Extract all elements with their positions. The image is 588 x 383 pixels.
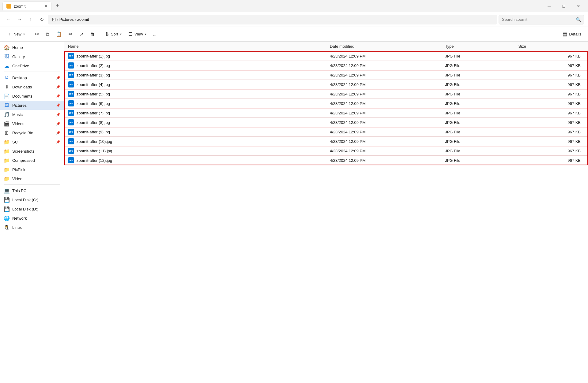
sidebar-item-music[interactable]: 🎵 Music 📌 (0, 110, 64, 119)
maximize-button[interactable]: □ (557, 1, 571, 11)
thispc-icon: 💻 (4, 188, 10, 194)
sidebar-item-linux[interactable]: 🐧 Linux (0, 223, 64, 232)
new-tab-button[interactable]: + (53, 2, 62, 10)
videos-icon: 🎬 (4, 121, 10, 127)
view-dropdown-arrow: ▾ (145, 32, 146, 36)
recyclebin-icon: 🗑 (4, 130, 10, 136)
sidebar-item-thispc[interactable]: 💻 This PC (0, 186, 64, 195)
main-layout: 🏠 Home 🖼 Gallery ☁ OneDrive 🖥 Desktop 📌 … (0, 42, 588, 383)
file-size: 967 KB (515, 156, 588, 165)
close-button[interactable]: ✕ (571, 1, 586, 11)
sidebar-item-localc[interactable]: 💾 Local Disk (C:) (0, 195, 64, 204)
view-button[interactable]: ☰ View ▾ (125, 29, 149, 40)
file-type: JPG File (441, 108, 514, 118)
back-button[interactable]: ← (4, 15, 13, 24)
table-row[interactable]: JPG zoomit-after (6).jpg 4/23/2024 12:09… (64, 99, 588, 108)
share-button[interactable]: ↗ (76, 29, 86, 40)
sidebar-label-network: Network (12, 216, 60, 221)
refresh-button[interactable]: ↻ (37, 15, 47, 24)
table-row[interactable]: JPG zoomit-after (5).jpg 4/23/2024 12:09… (64, 89, 588, 99)
sidebar-item-videos[interactable]: 🎬 Videos 📌 (0, 119, 64, 128)
sidebar-item-home[interactable]: 🏠 Home (0, 43, 64, 52)
copy-button[interactable]: ⧉ (43, 29, 52, 40)
sidebar-item-recyclebin[interactable]: 🗑 Recycle Bin 📌 (0, 128, 64, 137)
column-type[interactable]: Type (441, 42, 514, 51)
breadcrumb[interactable]: ⊡ › Pictures › zoomit (48, 15, 497, 24)
table-row[interactable]: JPG zoomit-after (3).jpg 4/23/2024 12:09… (64, 70, 588, 80)
cut-button[interactable]: ✂ (32, 29, 42, 40)
file-date: 4/23/2024 12:09 PM (326, 99, 441, 108)
more-button[interactable]: ... (150, 29, 160, 40)
file-date: 4/23/2024 12:09 PM (326, 108, 441, 118)
file-name: zoomit-after (1).jpg (77, 54, 110, 58)
file-name-cell: JPG zoomit-after (1).jpg (68, 53, 322, 59)
column-date-modified[interactable]: Date modified (326, 42, 441, 51)
new-button[interactable]: ＋ New ▾ (4, 29, 28, 40)
file-size: 967 KB (515, 61, 588, 70)
table-row[interactable]: JPG zoomit-after (12).jpg 4/23/2024 12:0… (64, 156, 588, 165)
tab-zoomit[interactable]: zoomit ✕ (2, 2, 51, 10)
sidebar-label-video2: Video (12, 177, 60, 181)
sidebar-item-documents[interactable]: 📄 Documents 📌 (0, 91, 64, 101)
sidebar-item-desktop[interactable]: 🖥 Desktop 📌 (0, 73, 64, 82)
file-name-cell: JPG zoomit-after (4).jpg (68, 81, 322, 87)
sidebar-item-picpick[interactable]: 📁 PicPick (0, 165, 64, 174)
table-row[interactable]: JPG zoomit-after (11).jpg 4/23/2024 12:0… (64, 146, 588, 156)
rename-button[interactable]: ✏ (66, 29, 76, 40)
table-row[interactable]: JPG zoomit-after (4).jpg 4/23/2024 12:09… (64, 80, 588, 89)
file-name: zoomit-after (5).jpg (77, 92, 110, 96)
sidebar-item-downloads[interactable]: ⬇ Downloads 📌 (0, 82, 64, 91)
recyclebin-pin-icon: 📌 (56, 131, 60, 135)
window-controls: ─ □ ✕ (542, 1, 586, 11)
sidebar-item-screenshots[interactable]: 📁 Screenshots (0, 147, 64, 156)
details-button[interactable]: ▤ Details (560, 29, 584, 40)
search-input[interactable] (502, 17, 573, 22)
paste-button[interactable]: 📋 (53, 29, 65, 40)
music-pin-icon: 📌 (56, 113, 60, 117)
up-button[interactable]: ↑ (26, 15, 36, 24)
sidebar-item-network[interactable]: 🌐 Network (0, 214, 64, 223)
table-row[interactable]: JPG zoomit-after (2).jpg 4/23/2024 12:09… (64, 61, 588, 70)
table-row[interactable]: JPG zoomit-after (10).jpg 4/23/2024 12:0… (64, 137, 588, 146)
table-row[interactable]: JPG zoomit-after (1).jpg 4/23/2024 12:09… (64, 51, 588, 61)
file-date: 4/23/2024 12:09 PM (326, 70, 441, 80)
details-icon: ▤ (563, 31, 567, 37)
downloads-icon: ⬇ (4, 84, 10, 90)
breadcrumb-zoomit[interactable]: zoomit (77, 17, 89, 22)
jpg-icon: JPG (68, 72, 74, 78)
sidebar-item-sc[interactable]: 📁 SC 📌 (0, 137, 64, 147)
delete-button[interactable]: 🗑 (87, 29, 98, 40)
file-size: 967 KB (515, 127, 588, 137)
breadcrumb-pictures[interactable]: Pictures (59, 17, 74, 22)
column-size[interactable]: Size (515, 42, 588, 51)
tab-close-button[interactable]: ✕ (44, 4, 47, 8)
desktop-pin-icon: 📌 (56, 76, 60, 80)
paste-icon: 📋 (56, 31, 62, 37)
videos-pin-icon: 📌 (56, 122, 60, 126)
sidebar-item-onedrive[interactable]: ☁ OneDrive (0, 61, 64, 70)
column-name[interactable]: Name (64, 42, 326, 51)
sidebar-item-pictures[interactable]: 🖼 Pictures 📌 (0, 101, 64, 110)
sidebar-label-desktop: Desktop (12, 76, 54, 80)
file-type: JPG File (441, 156, 514, 165)
file-name-cell: JPG zoomit-after (3).jpg (68, 72, 322, 78)
details-label: Details (569, 32, 581, 36)
table-row[interactable]: JPG zoomit-after (7).jpg 4/23/2024 12:09… (64, 108, 588, 118)
sidebar-item-compressed[interactable]: 📁 Compressed (0, 156, 64, 165)
sidebar-item-video2[interactable]: 📁 Video (0, 174, 64, 183)
table-header-row: Name Date modified Type Size (64, 42, 588, 51)
sidebar-label-picpick: PicPick (12, 167, 60, 172)
copy-icon: ⧉ (46, 32, 49, 37)
jpg-icon: JPG (68, 53, 74, 59)
forward-button[interactable]: → (15, 15, 24, 24)
table-row[interactable]: JPG zoomit-after (9).jpg 4/23/2024 12:09… (64, 127, 588, 137)
sidebar-item-locald[interactable]: 💾 Local Disk (D:) (0, 204, 64, 214)
file-type: JPG File (441, 80, 514, 89)
table-row[interactable]: JPG zoomit-after (8).jpg 4/23/2024 12:09… (64, 118, 588, 127)
minimize-button[interactable]: ─ (542, 1, 556, 11)
sidebar-item-gallery[interactable]: 🖼 Gallery (0, 52, 64, 61)
sort-button[interactable]: ⇅ Sort ▾ (102, 29, 125, 40)
file-name: zoomit-after (12).jpg (77, 158, 112, 163)
toolbar: ＋ New ▾ ✂ ⧉ 📋 ✏ ↗ 🗑 ⇅ Sort ▾ ☰ View ▾ ..… (0, 27, 588, 42)
jpg-icon: JPG (68, 148, 74, 154)
